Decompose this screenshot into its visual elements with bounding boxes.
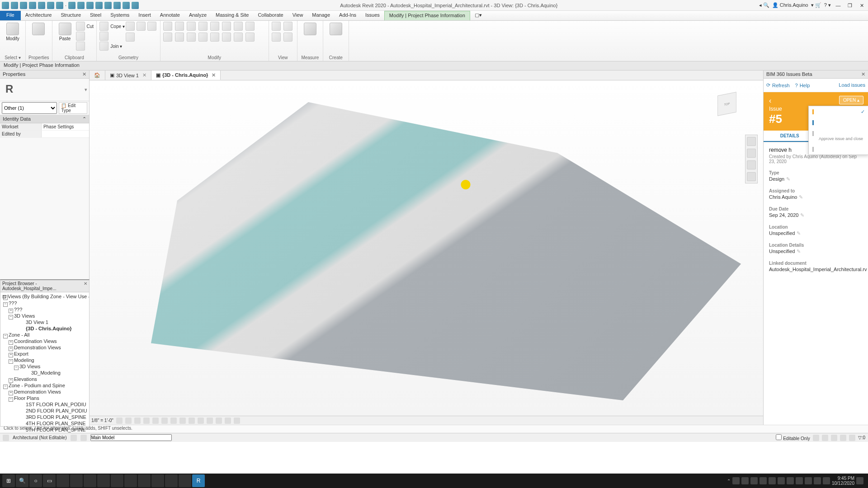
type-selector-dropdown[interactable]: Other (1) — [2, 102, 57, 114]
tab-systems[interactable]: Systems — [106, 11, 134, 20]
array-icon[interactable] — [210, 22, 219, 31]
editable-only-toggle[interactable]: Editable Only — [776, 434, 810, 441]
tree-item[interactable]: ??? — [6, 306, 89, 313]
taskbar-app[interactable] — [97, 474, 110, 487]
align-icon[interactable] — [245, 22, 255, 31]
ungroup-icon[interactable] — [234, 33, 243, 42]
trim-icon[interactable] — [198, 22, 208, 31]
tab-massing[interactable]: Massing & Site — [211, 11, 253, 20]
tab-analyze[interactable]: Analyze — [184, 11, 211, 20]
taskbar-app[interactable] — [165, 474, 178, 487]
scale-selector[interactable]: 1/8" = 1'-0" — [91, 418, 113, 423]
status-option-closed[interactable]: ClosedApprove issue and close — [809, 128, 868, 144]
tree-item[interactable]: Demonstration Views — [6, 344, 89, 351]
user-menu[interactable]: 👤 Chris.Aquino — [772, 2, 808, 8]
taskbar-app[interactable] — [138, 474, 151, 487]
status-option-void[interactable]: Void — [809, 144, 868, 155]
sync-icon[interactable] — [29, 2, 36, 9]
tree-root[interactable]: ⊡ Views (By Building Zone - View Use - — [0, 293, 89, 300]
tray-icon[interactable] — [805, 477, 812, 484]
tab-manage[interactable]: Manage — [307, 11, 335, 20]
tree-item[interactable]: ??? — [0, 300, 89, 306]
detail-level-icon[interactable] — [116, 418, 123, 424]
shadows-icon[interactable] — [143, 418, 150, 424]
reveal-constraints-icon[interactable] — [234, 418, 240, 424]
tree-item[interactable]: 5TH FLOOR PLAN_SPINE — [11, 427, 89, 433]
taskbar-app[interactable] — [57, 474, 69, 487]
sb-icon[interactable] — [80, 435, 87, 441]
pan-icon[interactable] — [747, 149, 756, 158]
open-icon[interactable] — [11, 2, 18, 9]
clock-date[interactable]: 10/12/2020 — [832, 481, 854, 486]
tab-addins[interactable]: Add-Ins — [335, 11, 361, 20]
revit-icon[interactable] — [2, 2, 9, 9]
move-icon[interactable] — [163, 22, 172, 31]
start-button[interactable]: ⊞ — [2, 474, 15, 487]
search-icon[interactable]: 🔍 — [16, 474, 28, 487]
offset-icon[interactable] — [163, 33, 172, 42]
close-icon[interactable]: ✕ — [84, 281, 87, 291]
temp-hide-icon[interactable] — [189, 418, 195, 424]
workset-icon[interactable] — [3, 435, 9, 441]
properties-button[interactable] — [28, 22, 48, 36]
tab-issues[interactable]: Issues — [361, 11, 384, 20]
redo-icon[interactable] — [47, 2, 54, 9]
task-view-icon[interactable]: ▭ — [43, 474, 56, 487]
type-preview[interactable]: R▾ — [0, 79, 89, 101]
minimize-button[interactable]: — — [834, 2, 843, 9]
rendering-icon[interactable] — [152, 418, 159, 424]
tab-steel[interactable]: Steel — [85, 11, 106, 20]
geom-icon[interactable] — [126, 22, 135, 31]
notifications-icon[interactable] — [856, 477, 863, 484]
highlight-icon[interactable] — [225, 418, 231, 424]
issue-location-details[interactable]: Unspecified✎ — [769, 249, 863, 254]
join-button[interactable]: Join ▾ — [99, 42, 125, 51]
status-option-open[interactable]: Open✓ — [809, 106, 868, 117]
revit-taskbar-icon[interactable]: R — [192, 474, 205, 487]
taskbar-app[interactable] — [151, 474, 164, 487]
issue-assignee[interactable]: Chris Aquino✎ — [769, 194, 863, 200]
create-button[interactable] — [326, 22, 346, 36]
reveal-hidden-icon[interactable] — [198, 418, 204, 424]
tray-icon[interactable] — [787, 477, 794, 484]
save-icon[interactable] — [20, 2, 27, 9]
issue-due-date[interactable]: Sep 24, 2020✎ — [769, 212, 863, 218]
rotate-icon[interactable] — [187, 22, 196, 31]
clock-time[interactable]: 9:45 PM — [832, 476, 854, 481]
3d-viewport[interactable]: TOP — [90, 80, 763, 416]
tray-icon[interactable] — [769, 477, 776, 484]
tab-modify-contextual[interactable]: Modify | Project Phase Information — [384, 11, 470, 20]
tree-item[interactable]: 3D Views — [6, 313, 89, 319]
tray-icon[interactable] — [732, 477, 740, 484]
print-icon[interactable] — [56, 2, 63, 9]
property-row[interactable]: Edited by — [0, 131, 89, 138]
tree-item[interactable]: 3D Views — [11, 363, 89, 370]
dim-icon[interactable] — [77, 2, 85, 9]
mirror-icon[interactable] — [222, 22, 231, 31]
copy-mod-icon[interactable] — [175, 22, 184, 31]
orbit-icon[interactable] — [747, 172, 756, 181]
close-icon[interactable]: ✕ — [82, 71, 86, 77]
analytical-icon[interactable] — [216, 418, 222, 424]
worksharing-icon[interactable] — [207, 418, 213, 424]
taskbar-app[interactable] — [124, 474, 137, 487]
tree-item[interactable]: Demonstration Views — [6, 389, 89, 395]
lock-view-icon[interactable] — [179, 418, 186, 424]
close-icon[interactable]: ✕ — [212, 72, 216, 78]
cut-button[interactable]: Cut — [76, 22, 94, 31]
view-icon[interactable] — [283, 22, 292, 31]
tab-architecture[interactable]: Architecture — [21, 11, 57, 20]
file-tab[interactable]: File — [0, 11, 21, 20]
taskbar-app[interactable] — [84, 474, 96, 487]
undo-icon[interactable] — [38, 2, 45, 9]
section-icon[interactable] — [104, 2, 112, 9]
crop-view-icon[interactable] — [161, 418, 168, 424]
view-icon[interactable] — [272, 22, 281, 31]
unpin-icon[interactable] — [198, 33, 208, 42]
issue-linked-doc[interactable]: Autodesk_Hospital_Imperial_Architectural… — [769, 267, 863, 272]
taskbar-app[interactable] — [111, 474, 123, 487]
thin-lines-icon[interactable] — [113, 2, 121, 9]
pin-icon[interactable] — [187, 33, 196, 42]
taskbar-app[interactable] — [179, 474, 191, 487]
viewcube[interactable]: TOP — [709, 89, 745, 126]
